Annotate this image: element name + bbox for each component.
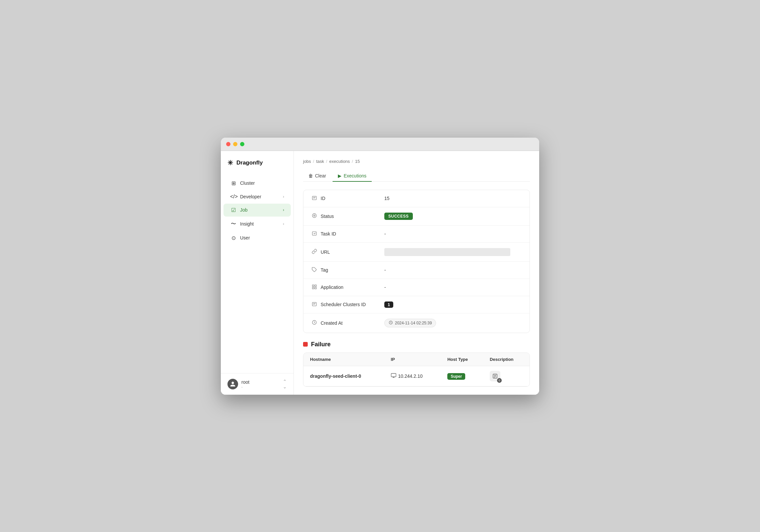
col-description: Description [483,353,530,366]
app-field-icon [311,284,317,291]
play-icon: ▶ [338,173,342,178]
breadcrumb-sep-2: / [326,159,327,164]
failure-section-title: Failure [303,341,530,348]
sidebar-item-developer[interactable]: </> Developer › [223,190,291,203]
field-label-created-at: Created At [311,320,384,326]
scheduler-field-icon [311,301,317,308]
breadcrumb: jobs / task / executions / 15 [303,159,530,164]
sort-icon[interactable]: ⌃⌄ [283,379,287,389]
svg-rect-7 [312,285,314,287]
maximize-button[interactable] [240,142,244,146]
tab-executions[interactable]: ▶ Executions [333,170,371,182]
cluster-label: Cluster [240,180,255,186]
sidebar-item-job[interactable]: ☑ Job › [223,204,291,217]
sidebar: ✳ Dragonfly ⊞ Cluster </> Developer [221,151,294,395]
field-row-scheduler-id: Scheduler Clusters ID 1 [303,296,530,313]
breadcrumb-jobs[interactable]: jobs [303,159,311,164]
tab-clear[interactable]: 🗑 Clear [303,170,331,182]
scheduler-id-label: Scheduler Clusters ID [321,302,366,307]
failure-title: Failure [311,341,331,348]
svg-rect-16 [391,373,396,377]
ip-cell: 10.244.2.10 [391,373,434,379]
app-window: ✳ Dragonfly ⊞ Cluster </> Developer [221,138,539,395]
app-layout: ✳ Dragonfly ⊞ Cluster </> Developer [221,151,539,395]
clear-label: Clear [315,173,326,178]
timestamp-badge: 2024-11-14 02:25:39 [384,319,436,327]
tag-value: - [384,267,386,273]
minimize-button[interactable] [233,142,237,146]
clock-field-icon [311,320,317,326]
id-label: ID [321,196,325,201]
id-field-icon [311,195,317,202]
failure-dot-icon [303,342,308,347]
field-label-url: URL [311,249,384,255]
field-row-tag: Tag - [303,262,530,279]
field-label-scheduler-id: Scheduler Clusters ID [311,301,384,308]
field-row-url: URL [303,243,530,262]
tabs: 🗑 Clear ▶ Executions [303,170,530,182]
table-row: dragonfly-seed-client-0 10.244.2.10 [303,366,530,386]
sidebar-item-user[interactable]: ⊙ User [223,232,291,244]
description-icon: 0 [490,371,500,381]
col-host-type: Host Type [441,353,483,366]
id-value: 15 [384,196,390,201]
application-value: - [384,285,386,290]
cell-description: 0 [483,366,530,386]
status-label: Status [321,214,334,219]
url-label: URL [321,249,330,255]
developer-item-inner: </> Developer [230,194,261,200]
timestamp-clock-icon [389,320,393,326]
application-label: Application [321,285,344,290]
failure-table: Hostname IP Host Type Description dragon… [303,353,530,386]
field-row-status: Status SUCCESS [303,207,530,226]
svg-rect-10 [315,287,316,289]
sidebar-footer: root - ⌃⌄ [221,373,293,395]
field-label-status: Status [311,213,384,219]
created-at-value: 2024-11-14 02:25:39 [395,321,432,325]
user-details: root - [241,379,249,389]
main-content: jobs / task / executions / 15 🗑 Clear ▶ … [294,151,539,395]
breadcrumb-sep-3: / [352,159,353,164]
table-header-row: Hostname IP Host Type Description [303,353,530,366]
insight-arrow: › [283,222,284,226]
host-type-badge: Super [447,373,465,380]
developer-label: Developer [240,194,261,199]
breadcrumb-executions[interactable]: executions [329,159,350,164]
logo-text: Dragonfly [236,160,263,166]
status-badge: SUCCESS [384,213,413,220]
sidebar-item-insight[interactable]: 〜 Insight › [223,217,291,231]
breadcrumb-task[interactable]: task [316,159,324,164]
task-field-icon [311,231,317,237]
field-label-task-id: Task ID [311,231,384,237]
field-label-tag: Tag [311,267,384,273]
cell-ip: 10.244.2.10 [384,366,441,386]
col-ip: IP [384,353,441,366]
insight-item-inner: 〜 Insight [230,221,254,228]
cluster-icon: ⊞ [230,180,237,186]
developer-arrow: › [283,194,284,199]
job-icon: ☑ [230,207,237,213]
user-item-inner: ⊙ User [230,235,250,241]
link-field-icon [311,249,317,255]
failure-table-container: Hostname IP Host Type Description dragon… [303,353,530,387]
task-id-value: - [384,231,386,236]
cell-hostname: dragonfly-seed-client-0 [303,366,384,386]
svg-rect-9 [312,287,314,289]
monitor-icon [391,373,396,379]
scheduler-id-value: 1 [384,301,393,308]
tag-field-icon [311,267,317,273]
svg-rect-5 [312,232,316,235]
breadcrumb-15: 15 [355,159,360,164]
cluster-item-inner: ⊞ Cluster [230,180,255,186]
tag-label: Tag [321,267,328,273]
user-label: User [240,235,250,240]
insight-icon: 〜 [230,221,237,228]
sidebar-item-cluster[interactable]: ⊞ Cluster [223,177,291,190]
created-at-label: Created At [321,320,343,326]
user-icon: ⊙ [230,235,237,241]
job-item-inner: ☑ Job [230,207,248,213]
close-button[interactable] [226,142,230,146]
username-sub: - [241,385,249,389]
trash-icon: 🗑 [308,173,313,178]
logo-icon: ✳ [227,159,233,167]
